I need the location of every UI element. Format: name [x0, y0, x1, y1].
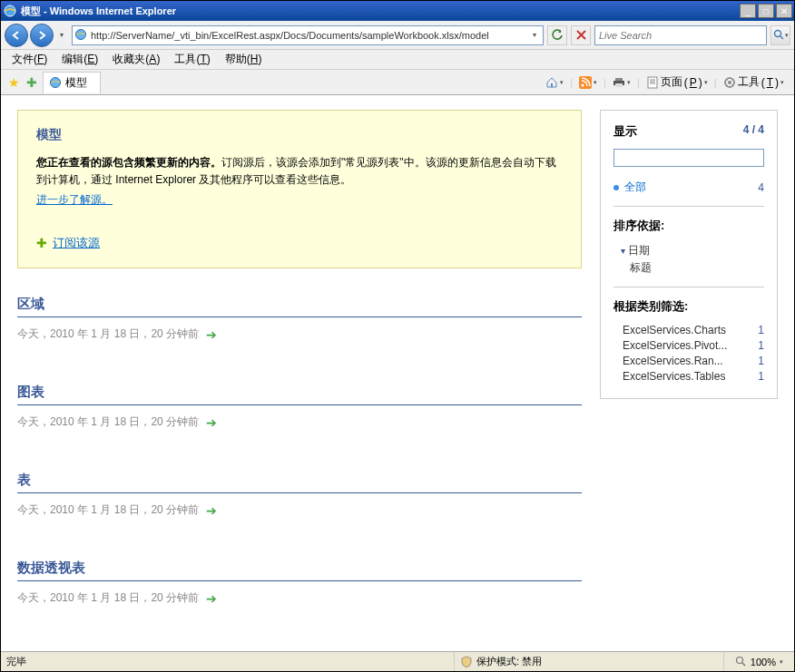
search-button[interactable]: ▾ [770, 25, 790, 45]
sort-section-title: 排序依据: [613, 218, 764, 234]
sidebar-display-label: 显示 [613, 123, 637, 140]
feed-description: 您正在查看的源包含频繁更新的内容。订阅源后，该源会添加到"常见源列表"中。该源的… [36, 154, 563, 189]
filter-section-title: 根据类别筛选: [613, 298, 764, 315]
window-title: 模型 - Windows Internet Explorer [21, 5, 740, 18]
menu-favorites[interactable]: 收藏夹(A) [107, 50, 165, 69]
svg-point-7 [582, 83, 584, 86]
svg-line-3 [780, 36, 783, 39]
search-input[interactable] [599, 30, 762, 41]
entry-meta: 今天，2010 年 1 月 18 日，20 分钟前 ➔ [17, 502, 582, 518]
feed-entry: 数据透视表 今天，2010 年 1 月 18 日，20 分钟前 ➔ [17, 560, 582, 606]
svg-line-18 [742, 663, 745, 666]
refresh-button[interactable] [547, 25, 567, 45]
add-favorite-icon[interactable]: ✚ [25, 75, 39, 90]
svg-point-17 [736, 657, 742, 664]
subscribe-link[interactable]: 订阅该源 [53, 235, 100, 251]
shield-icon [460, 656, 473, 668]
svg-point-16 [728, 81, 731, 84]
favorites-icon[interactable]: ★ [6, 75, 21, 90]
menu-bar: 文件(F) 编辑(E) 收藏夹(A) 工具(T) 帮助(H) [1, 50, 794, 70]
category-row[interactable]: ExcelServices.Pivot... 1 [623, 339, 764, 352]
print-button[interactable]: ▾ [608, 73, 635, 92]
content-area: 模型 您正在查看的源包含频繁更新的内容。订阅源后，该源会添加到"常见源列表"中。… [1, 95, 794, 651]
sort-by-date[interactable]: 日期 [621, 243, 764, 258]
search-dropdown-icon: ▾ [785, 32, 789, 39]
entry-title-link[interactable]: 数据透视表 [17, 560, 582, 581]
svg-point-4 [51, 78, 61, 88]
subscribe-icon: ✚ [36, 236, 47, 250]
feed-entry: 表 今天，2010 年 1 月 18 日，20 分钟前 ➔ [17, 472, 582, 518]
status-bar: 完毕 保护模式: 禁用 100% ▾ [1, 651, 794, 671]
address-bar[interactable]: ▾ [72, 25, 544, 45]
zoom-icon [735, 656, 747, 667]
search-box[interactable] [594, 25, 767, 45]
browser-tab[interactable]: 模型 [43, 72, 101, 93]
sort-by-title[interactable]: 标题 [630, 260, 764, 276]
history-dropdown[interactable]: ▾ [55, 24, 68, 47]
back-button[interactable] [5, 24, 28, 47]
close-button[interactable]: ✕ [776, 4, 792, 18]
feed-info-box: 模型 您正在查看的源包含频繁更新的内容。订阅源后，该源会添加到"常见源列表"中。… [17, 110, 582, 268]
entry-meta: 今天，2010 年 1 月 18 日，20 分钟前 ➔ [17, 414, 582, 430]
entry-arrow-icon[interactable]: ➔ [206, 327, 217, 342]
window-controls: _ □ ✕ [740, 4, 792, 18]
sidebar-filter-input[interactable] [613, 149, 764, 167]
feed-title: 模型 [36, 127, 563, 143]
status-text: 完毕 [1, 652, 455, 671]
menu-edit[interactable]: 编辑(E) [56, 50, 103, 69]
tools-menu-button[interactable]: 工具(T) ▾ [719, 72, 789, 93]
title-bar: 模型 - Windows Internet Explorer _ □ ✕ [1, 1, 794, 21]
entry-meta: 今天，2010 年 1 月 18 日，20 分钟前 ➔ [17, 590, 582, 606]
url-input[interactable] [91, 30, 528, 41]
sidebar-count: 4 / 4 [743, 123, 764, 140]
entry-title-link[interactable]: 图表 [17, 384, 582, 405]
page-icon [74, 28, 89, 43]
svg-rect-5 [551, 83, 553, 87]
minimize-button[interactable]: _ [740, 4, 756, 18]
entry-arrow-icon[interactable]: ➔ [206, 415, 217, 430]
category-row[interactable]: ExcelServices.Charts 1 [623, 324, 764, 336]
zoom-control[interactable]: 100% ▾ [724, 656, 794, 667]
svg-rect-8 [615, 78, 623, 81]
entry-arrow-icon[interactable]: ➔ [206, 591, 217, 606]
menu-help[interactable]: 帮助(H) [220, 50, 268, 69]
bullet-icon [613, 185, 619, 190]
page-menu-button[interactable]: 页面(P) ▾ [642, 72, 712, 93]
home-button[interactable]: ▾ [541, 73, 568, 92]
learn-more-link[interactable]: 进一步了解源。 [36, 193, 113, 206]
divider [613, 206, 764, 207]
feeds-button[interactable]: ▾ [574, 73, 602, 92]
category-row[interactable]: ExcelServices.Tables 1 [623, 370, 764, 383]
maximize-button[interactable]: □ [758, 4, 774, 18]
feed-entry: 区域 今天，2010 年 1 月 18 日，20 分钟前 ➔ [17, 296, 582, 342]
entry-meta: 今天，2010 年 1 月 18 日，20 分钟前 ➔ [17, 326, 582, 342]
feed-entry: 图表 今天，2010 年 1 月 18 日，20 分钟前 ➔ [17, 384, 582, 430]
ie-icon [3, 4, 17, 18]
svg-point-1 [76, 29, 86, 39]
forward-button[interactable] [30, 24, 54, 47]
favorites-bar: ★ ✚ 模型 ▾ | ▾ | ▾ | [1, 70, 794, 95]
divider [613, 287, 764, 287]
svg-rect-11 [648, 77, 657, 88]
svg-rect-10 [615, 83, 623, 87]
status-protected-mode: 保护模式: 禁用 [455, 652, 724, 671]
entry-title-link[interactable]: 表 [17, 472, 582, 493]
tab-page-icon [49, 76, 62, 89]
navigation-bar: ▾ ▾ ▾ [1, 21, 794, 50]
browser-window: 模型 - Windows Internet Explorer _ □ ✕ ▾ ▾ [0, 0, 795, 672]
main-content: 模型 您正在查看的源包含频繁更新的内容。订阅源后，该源会添加到"常见源列表"中。… [17, 110, 582, 637]
sidebar-all-link[interactable]: 全部 [624, 180, 752, 195]
entry-title-link[interactable]: 区域 [17, 296, 582, 317]
stop-button[interactable] [571, 25, 591, 45]
menu-file[interactable]: 文件(F) [6, 50, 53, 69]
tab-title: 模型 [65, 75, 87, 91]
sidebar: 显示 4 / 4 全部 4 排序依据: 日期 标题 根据类别筛选: ExcelS… [600, 110, 778, 399]
url-dropdown[interactable]: ▾ [528, 31, 541, 39]
entry-arrow-icon[interactable]: ➔ [206, 503, 217, 518]
sidebar-all-count: 4 [758, 181, 764, 194]
svg-point-2 [774, 31, 780, 37]
category-row[interactable]: ExcelServices.Ran... 1 [623, 355, 764, 367]
menu-tools[interactable]: 工具(T) [169, 50, 215, 69]
